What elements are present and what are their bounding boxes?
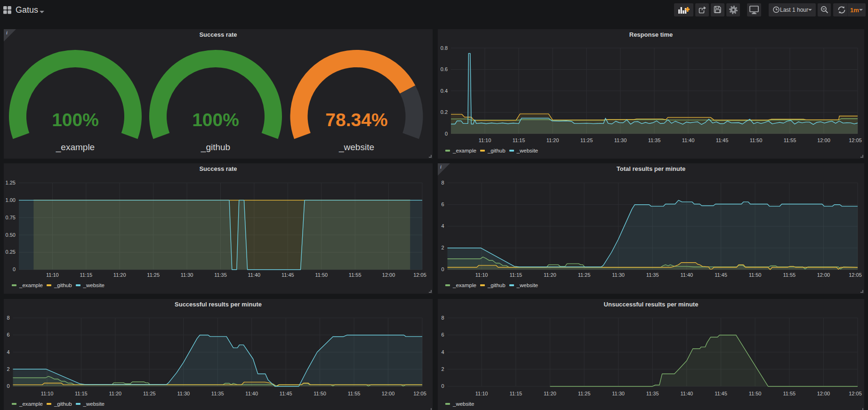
svg-text:6: 6 (7, 332, 9, 338)
svg-text:11:25: 11:25 (143, 391, 156, 396)
svg-text:0: 0 (7, 383, 9, 389)
svg-text:12:00: 12:00 (817, 137, 830, 143)
svg-text:0.75: 0.75 (6, 215, 16, 220)
svg-text:11:15: 11:15 (513, 137, 525, 143)
svg-text:4: 4 (441, 349, 444, 355)
svg-text:11:55: 11:55 (348, 391, 361, 396)
svg-text:11:20: 11:20 (109, 391, 122, 396)
svg-text:11:30: 11:30 (612, 391, 625, 396)
svg-text:4: 4 (7, 349, 9, 355)
svg-text:11:45: 11:45 (280, 391, 292, 396)
svg-text:0.4: 0.4 (441, 88, 448, 94)
svg-text:11:50: 11:50 (749, 272, 762, 278)
svg-text:12:05: 12:05 (849, 137, 862, 143)
svg-text:12:00: 12:00 (382, 391, 395, 396)
svg-text:12:00: 12:00 (382, 272, 395, 278)
svg-text:100%: 100% (192, 110, 239, 130)
svg-text:11:25: 11:25 (147, 272, 160, 278)
svg-text:11:30: 11:30 (614, 137, 627, 143)
svg-text:8: 8 (7, 315, 9, 321)
svg-text:4: 4 (441, 223, 444, 229)
svg-text:11:30: 11:30 (177, 391, 190, 396)
svg-text:11:20: 11:20 (544, 391, 556, 396)
svg-text:2: 2 (7, 366, 9, 372)
svg-text:11:10: 11:10 (479, 137, 491, 143)
svg-text:11:15: 11:15 (509, 391, 522, 396)
svg-text:11:35: 11:35 (646, 272, 659, 278)
svg-text:11:15: 11:15 (509, 272, 522, 278)
svg-text:0: 0 (13, 266, 16, 272)
svg-text:11:35: 11:35 (211, 391, 224, 396)
svg-text:_example: _example (56, 142, 95, 153)
svg-text:0.2: 0.2 (441, 109, 448, 115)
svg-text:0: 0 (445, 131, 448, 137)
svg-text:11:10: 11:10 (46, 272, 59, 278)
svg-text:11:30: 11:30 (181, 272, 193, 278)
svg-text:0: 0 (441, 266, 444, 272)
svg-text:11:55: 11:55 (783, 272, 796, 278)
svg-text:11:40: 11:40 (682, 137, 695, 143)
svg-text:2: 2 (441, 245, 444, 250)
svg-text:11:25: 11:25 (578, 391, 591, 396)
svg-text:_website: _website (338, 142, 374, 153)
svg-text:11:50: 11:50 (313, 391, 326, 396)
svg-text:11:15: 11:15 (80, 272, 92, 278)
svg-text:11:35: 11:35 (648, 137, 661, 143)
svg-text:11:40: 11:40 (248, 272, 261, 278)
svg-text:11:40: 11:40 (681, 272, 693, 278)
svg-text:0: 0 (441, 383, 444, 389)
svg-text:11:20: 11:20 (544, 272, 556, 278)
svg-text:2: 2 (441, 366, 444, 372)
svg-text:11:50: 11:50 (749, 391, 762, 396)
svg-text:12:05: 12:05 (413, 391, 426, 396)
svg-text:78.34%: 78.34% (325, 110, 387, 130)
svg-text:11:40: 11:40 (681, 391, 693, 396)
svg-text:11:35: 11:35 (214, 272, 227, 278)
svg-text:12:05: 12:05 (849, 272, 862, 278)
svg-text:11:25: 11:25 (578, 272, 591, 278)
svg-text:11:55: 11:55 (349, 272, 362, 278)
svg-text:0.25: 0.25 (6, 249, 16, 255)
svg-text:11:15: 11:15 (75, 391, 88, 396)
svg-text:12:05: 12:05 (849, 391, 862, 396)
svg-text:11:10: 11:10 (475, 272, 488, 278)
svg-text:0.6: 0.6 (441, 66, 448, 72)
svg-text:6: 6 (441, 201, 444, 207)
svg-text:12:05: 12:05 (413, 272, 426, 278)
svg-text:11:55: 11:55 (784, 137, 796, 143)
svg-text:8: 8 (441, 315, 444, 321)
svg-text:12:00: 12:00 (817, 391, 830, 396)
svg-text:11:30: 11:30 (612, 272, 625, 278)
svg-text:12:00: 12:00 (817, 272, 830, 278)
svg-text:1.25: 1.25 (6, 180, 16, 185)
svg-text:11:45: 11:45 (715, 272, 727, 278)
svg-text:11:10: 11:10 (475, 391, 488, 396)
svg-text:_github: _github (201, 142, 230, 153)
svg-text:8: 8 (441, 180, 444, 185)
svg-text:11:40: 11:40 (245, 391, 258, 396)
svg-text:11:50: 11:50 (750, 137, 763, 143)
svg-text:11:45: 11:45 (715, 391, 727, 396)
svg-text:0.50: 0.50 (6, 232, 16, 238)
svg-text:11:55: 11:55 (783, 391, 796, 396)
svg-text:6: 6 (441, 332, 444, 338)
svg-text:11:25: 11:25 (580, 137, 593, 143)
svg-text:11:45: 11:45 (281, 272, 294, 278)
svg-text:100%: 100% (52, 110, 99, 130)
svg-text:11:20: 11:20 (113, 272, 126, 278)
svg-text:11:45: 11:45 (716, 137, 729, 143)
svg-text:11:20: 11:20 (547, 137, 559, 143)
svg-text:11:10: 11:10 (41, 391, 54, 396)
svg-text:11:50: 11:50 (315, 272, 328, 278)
svg-text:1.00: 1.00 (6, 197, 16, 203)
svg-text:11:35: 11:35 (646, 391, 659, 396)
svg-text:0.8: 0.8 (441, 45, 448, 51)
